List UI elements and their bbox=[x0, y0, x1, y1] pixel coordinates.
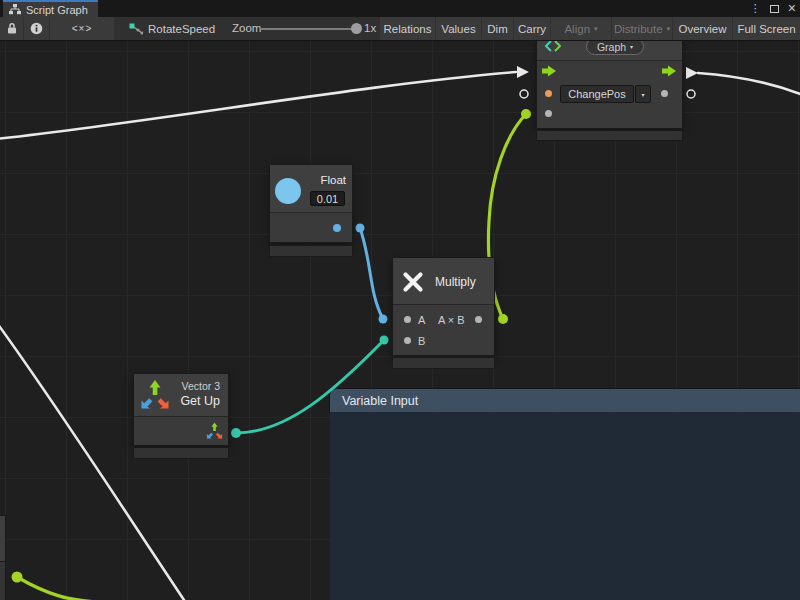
vector3-icon bbox=[140, 379, 170, 411]
vector3-subtitle: Get Up bbox=[180, 394, 220, 408]
wire-control-in[interactable] bbox=[0, 72, 516, 139]
wire-lime-endpoint-top bbox=[521, 109, 531, 119]
wire-lime-bottom-left[interactable] bbox=[17, 577, 100, 600]
kind-caret-icon: ▾ bbox=[630, 43, 633, 50]
variable-value-input-port[interactable] bbox=[545, 110, 552, 117]
unconnected-port-circle-left[interactable] bbox=[520, 90, 528, 98]
float-value-text: 0.01 bbox=[317, 193, 338, 205]
wire-float-to-multiply[interactable] bbox=[360, 228, 383, 319]
wire-multiply-to-setvariable[interactable] bbox=[488, 114, 526, 319]
toolbar: <×> RotateSpeed Zoom 1x Relations Values… bbox=[0, 17, 800, 41]
multiply-header: Multiply bbox=[393, 258, 494, 305]
full-screen-label: Full Screen bbox=[737, 23, 795, 35]
lock-icon bbox=[6, 22, 18, 35]
graph-hierarchy-icon bbox=[9, 4, 21, 15]
float-value-input[interactable]: 0.01 bbox=[310, 191, 345, 206]
wire-blue-endpoint-bottom bbox=[379, 315, 388, 324]
zoom-slider-handle[interactable] bbox=[351, 23, 362, 34]
graph-node-icon bbox=[129, 23, 143, 35]
full-screen-button[interactable]: Full Screen bbox=[733, 17, 800, 40]
info-icon bbox=[30, 22, 43, 35]
carry-label: Carry bbox=[518, 23, 546, 35]
vector3-footer bbox=[134, 448, 228, 458]
wire-control-out-arrowhead bbox=[686, 67, 698, 79]
variable-kind-dropdown[interactable]: Graph ▾ bbox=[586, 41, 644, 55]
multiply-input-b-label: B bbox=[418, 335, 425, 347]
float-title: Float bbox=[320, 174, 346, 186]
overview-button[interactable]: Overview bbox=[673, 17, 732, 40]
set-variable-footer bbox=[537, 131, 682, 140]
multiply-output-port[interactable] bbox=[475, 316, 482, 323]
wire-teal-endpoint-left bbox=[231, 428, 241, 438]
dim-button[interactable]: Dim bbox=[482, 17, 513, 40]
lock-button[interactable] bbox=[0, 17, 23, 40]
align-button: Align▾ bbox=[551, 17, 611, 40]
tab-title: Script Graph bbox=[26, 4, 88, 16]
window-controls: ⋮ × bbox=[750, 0, 796, 17]
variable-kind-label: Graph bbox=[597, 41, 626, 53]
dim-label: Dim bbox=[487, 23, 507, 35]
node-float[interactable]: Float 0.01 bbox=[270, 165, 352, 242]
graph-canvas[interactable]: Variable Input bbox=[0, 41, 800, 600]
float-footer bbox=[270, 246, 352, 256]
multiply-footer bbox=[393, 358, 494, 368]
wire-lime-endpoint-bottom bbox=[498, 314, 508, 324]
name-caret-icon: ▾ bbox=[641, 91, 644, 98]
multiply-input-a-port[interactable] bbox=[404, 316, 411, 323]
control-input-port[interactable] bbox=[542, 65, 557, 77]
wire-vector3-to-multiply[interactable] bbox=[236, 340, 384, 433]
relations-label: Relations bbox=[384, 23, 432, 35]
multiply-input-a-label: A bbox=[418, 314, 425, 326]
node-multiply[interactable]: Multiply A A × B B bbox=[393, 258, 494, 355]
unconnected-port-circle-right[interactable] bbox=[687, 90, 695, 98]
wire-control-in-arrowhead bbox=[517, 66, 529, 78]
distribute-button: Distribute▾ bbox=[612, 17, 672, 40]
set-variable-header: Graph ▾ bbox=[537, 41, 682, 61]
overview-label: Overview bbox=[679, 23, 727, 35]
relations-button[interactable]: Relations bbox=[380, 17, 435, 40]
zoom-slider-track[interactable] bbox=[260, 28, 352, 30]
variables-icon bbox=[545, 41, 561, 52]
maximize-icon[interactable] bbox=[770, 5, 779, 13]
control-output-port[interactable] bbox=[662, 65, 677, 77]
variable-name-dropdown-button[interactable]: ▾ bbox=[635, 85, 651, 103]
variable-name-input-port[interactable] bbox=[545, 90, 552, 97]
variable-output-port[interactable] bbox=[661, 90, 668, 97]
wire-control-out[interactable] bbox=[698, 73, 800, 95]
info-button[interactable] bbox=[24, 17, 49, 40]
vector3-header: Vector 3 Get Up bbox=[134, 374, 228, 417]
carry-button[interactable]: Carry bbox=[514, 17, 550, 40]
node-set-variable[interactable]: Graph ▾ ChangePos ▾ bbox=[537, 41, 682, 128]
wire-diagonal[interactable] bbox=[0, 323, 186, 600]
vector3-title: Vector 3 bbox=[181, 380, 220, 392]
code-values-button[interactable]: <×> bbox=[50, 17, 114, 40]
multiply-icon bbox=[402, 271, 424, 293]
tab-bar: Script Graph ⋮ × bbox=[0, 0, 800, 17]
wire-teal-endpoint-right bbox=[380, 336, 389, 345]
align-caret-icon: ▾ bbox=[594, 25, 598, 33]
float-header: Float 0.01 bbox=[270, 165, 352, 213]
float-icon bbox=[275, 178, 301, 204]
tab-script-graph[interactable]: Script Graph bbox=[3, 0, 98, 17]
zoom-label: Zoom bbox=[232, 22, 261, 34]
window-menu-icon[interactable]: ⋮ bbox=[750, 3, 761, 14]
node-vector3[interactable]: Vector 3 Get Up bbox=[134, 374, 228, 445]
variable-name-field[interactable]: ChangePos bbox=[560, 85, 634, 103]
float-output-port[interactable] bbox=[333, 224, 341, 232]
wire-lime-bl-endpoint bbox=[12, 572, 23, 583]
code-icon: <×> bbox=[72, 23, 93, 34]
variable-name-text: ChangePos bbox=[568, 88, 626, 100]
multiply-title: Multiply bbox=[435, 275, 476, 289]
multiply-input-b-port[interactable] bbox=[404, 337, 411, 344]
zoom-value: 1x bbox=[364, 22, 376, 34]
close-icon[interactable]: × bbox=[788, 1, 796, 15]
values-label: Values bbox=[441, 23, 475, 35]
multiply-output-label: A × B bbox=[438, 314, 465, 326]
distribute-label: Distribute bbox=[614, 23, 663, 35]
graph-breadcrumb[interactable]: RotateSpeed bbox=[129, 17, 215, 40]
wire-blue-endpoint-top bbox=[356, 224, 365, 233]
align-label: Align bbox=[564, 23, 590, 35]
values-button[interactable]: Values bbox=[436, 17, 481, 40]
vector3-output-port[interactable] bbox=[206, 422, 223, 440]
graph-name: RotateSpeed bbox=[148, 23, 215, 35]
